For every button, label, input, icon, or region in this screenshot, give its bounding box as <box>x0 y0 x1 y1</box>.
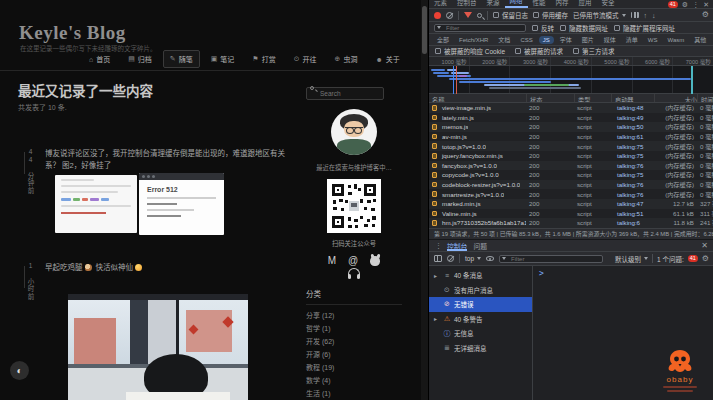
theme-toggle-button[interactable]: ◐ <box>10 361 29 380</box>
waterfall-overview[interactable] <box>429 66 713 94</box>
email-link[interactable]: @ <box>348 255 358 266</box>
disable-cache-checkbox[interactable]: 停用缓存 <box>533 10 568 20</box>
network-request-row[interactable]: copycode.js?v=1.0.0 200 script talking:7… <box>429 170 713 180</box>
network-request-row[interactable]: memos.js 200 script talking:50 (内存缓存) 0 … <box>429 122 713 132</box>
tab-issues[interactable]: 问题 <box>473 240 487 251</box>
initiator-link[interactable]: talking:76 <box>614 162 644 169</box>
col-initiator[interactable]: 启动器 <box>611 94 654 102</box>
context-selector[interactable]: top <box>465 255 481 262</box>
blog-search-input[interactable] <box>306 87 384 100</box>
devtools-settings-icon[interactable]: ⚙ <box>682 1 688 8</box>
network-request-row[interactable]: marked.min.js 200 script talking:47 12.7… <box>429 199 713 209</box>
console-clear-icon[interactable] <box>447 255 454 262</box>
request-type-pill[interactable]: Wasm <box>663 36 688 44</box>
request-type-pill[interactable]: 其他 <box>690 34 710 45</box>
devtools-close-icon[interactable]: ✕ <box>703 1 709 8</box>
network-conditions-icon[interactable] <box>631 12 639 18</box>
initiator-link[interactable]: talking:61 <box>614 133 644 140</box>
network-request-row[interactable]: codeblock-resizer.js?v=1.0.0 200 script … <box>429 180 713 190</box>
network-request-row[interactable]: totop.js?v=1.0.0 200 script talking:75 (… <box>429 141 713 151</box>
nav-item[interactable]: ▣ 笔记 <box>204 50 242 68</box>
filter-icon[interactable] <box>464 12 472 18</box>
col-time[interactable]: 时间 <box>697 94 713 102</box>
devtools-tab[interactable]: 性能 <box>528 0 551 8</box>
initiator-link[interactable]: talking:48 <box>614 104 644 111</box>
initiator-link[interactable]: talking:76 <box>614 191 644 198</box>
initiator-link[interactable]: talking:6 <box>614 219 640 226</box>
category-item[interactable]: 哲学 (1) <box>306 322 402 335</box>
initiator-link[interactable]: talking:75 <box>614 171 644 178</box>
nav-item[interactable]: ⊙ 开往 <box>287 50 324 68</box>
tab-console[interactable]: 控制台 <box>447 240 467 251</box>
record-icon[interactable] <box>434 12 441 19</box>
devtools-tab[interactable]: 元素 <box>429 0 452 8</box>
devtools-more-icon[interactable]: ⋮ <box>692 1 699 8</box>
request-type-pill[interactable]: WS <box>644 36 662 44</box>
request-type-pill[interactable]: 图片 <box>578 34 598 45</box>
network-request-row[interactable]: av-min.js 200 script talking:61 (内存缓存) 0… <box>429 132 713 142</box>
category-item[interactable]: 教程 (19) <box>306 361 402 374</box>
request-type-pill[interactable]: 全部 <box>433 34 453 45</box>
devtools-tab[interactable]: 网络 <box>505 0 528 8</box>
request-type-pill[interactable]: CSS <box>516 36 536 44</box>
console-sidebar-toggle-icon[interactable] <box>434 255 442 262</box>
initiator-link[interactable]: talking:76 <box>614 181 644 188</box>
blocked-requests-checkbox[interactable]: 被屏蔽的请求 <box>515 46 563 56</box>
export-har-icon[interactable]: ↓ <box>652 12 656 19</box>
post1-image-comments-screenshot[interactable] <box>55 175 137 233</box>
invert-checkbox[interactable]: 反转 <box>532 23 554 33</box>
console-filter-item[interactable]: ▸ 40 条警告 <box>429 312 532 327</box>
request-type-pill[interactable]: 清单 <box>622 34 642 45</box>
col-type[interactable]: 类型 <box>574 94 611 102</box>
network-request-row[interactable]: fancybox.js?v=1.0.0 200 script talking:7… <box>429 161 713 171</box>
preserve-log-checkbox[interactable]: 保留日志 <box>493 10 528 20</box>
initiator-link[interactable]: talking:47 <box>614 200 644 207</box>
throttling-select[interactable]: 已停用节流模式 <box>573 10 626 20</box>
mastodon-link[interactable]: M <box>328 255 336 266</box>
initiator-link[interactable]: talking:51 <box>614 210 644 217</box>
hide-data-urls-checkbox[interactable]: 隐藏数据网址 <box>560 23 608 33</box>
network-settings-icon[interactable]: ⚙ <box>702 11 709 19</box>
import-har-icon[interactable]: ↑ <box>644 12 648 19</box>
col-name[interactable]: 名称 <box>429 94 526 102</box>
initiator-link[interactable]: talking:75 <box>614 152 644 159</box>
expand-arrow-icon[interactable]: ▸ <box>434 315 440 322</box>
console-filter-item[interactable]: ▸ 40 条消息 <box>429 268 532 283</box>
console-filter-input[interactable] <box>499 255 603 263</box>
network-request-row[interactable]: smartresize.js?v=1.0.0 200 script talkin… <box>429 189 713 199</box>
blog-scrollbar[interactable] <box>421 0 428 400</box>
live-expression-icon[interactable] <box>486 256 494 261</box>
headphones-icon[interactable] <box>348 268 360 276</box>
category-item[interactable]: 分享 (12) <box>306 309 402 322</box>
devtools-tab[interactable]: 应用 <box>574 0 597 8</box>
nav-item[interactable]: ☻ 关于 <box>368 50 406 68</box>
network-request-row[interactable]: jquery.fancybox.min.js 200 script talkin… <box>429 151 713 161</box>
request-type-pill[interactable]: Fetch/XHR <box>455 36 492 44</box>
request-type-pill[interactable]: JS <box>539 36 554 44</box>
console-filter-item[interactable]: ▸ 没有用户消息 <box>429 283 532 298</box>
github-icon[interactable] <box>370 256 380 266</box>
initiator-link[interactable]: talking:75 <box>614 143 644 150</box>
console-prompt[interactable]: > <box>539 269 544 278</box>
drawer-menu-icon[interactable]: ⋮ <box>435 242 441 250</box>
col-size[interactable]: 大小 <box>654 94 697 102</box>
col-status[interactable]: 状态 <box>526 94 574 102</box>
network-filter-input[interactable] <box>434 24 526 32</box>
initiator-link[interactable]: talking:49 <box>614 114 644 121</box>
network-request-row[interactable]: view-image.min.js 200 script talking:48 … <box>429 103 713 113</box>
network-search-icon[interactable] <box>477 13 482 18</box>
category-item[interactable]: 开发 (62) <box>306 335 402 348</box>
nav-item[interactable]: ✎ 随笔 <box>163 50 200 68</box>
log-levels-select[interactable]: 默认级别 <box>615 254 648 264</box>
console-filter-item[interactable]: ▸ 无信息 <box>429 326 532 341</box>
expand-arrow-icon[interactable]: ▸ <box>434 272 440 279</box>
devtools-tab[interactable]: 安全 <box>597 0 620 8</box>
console-filter-item[interactable]: ▸ 无错误 <box>429 297 532 312</box>
nav-item[interactable]: ⊕ 虫洞 <box>328 50 365 68</box>
request-type-pill[interactable]: 字体 <box>556 34 576 45</box>
network-request-row[interactable]: Valine.min.js 200 script talking:51 61.1… <box>429 209 713 219</box>
devtools-tab[interactable]: 来源 <box>482 0 505 8</box>
category-item[interactable]: 数学 (4) <box>306 374 402 387</box>
devtools-tab[interactable]: 控制台 <box>452 0 482 8</box>
console-settings-icon[interactable]: ⚙ <box>702 255 709 263</box>
